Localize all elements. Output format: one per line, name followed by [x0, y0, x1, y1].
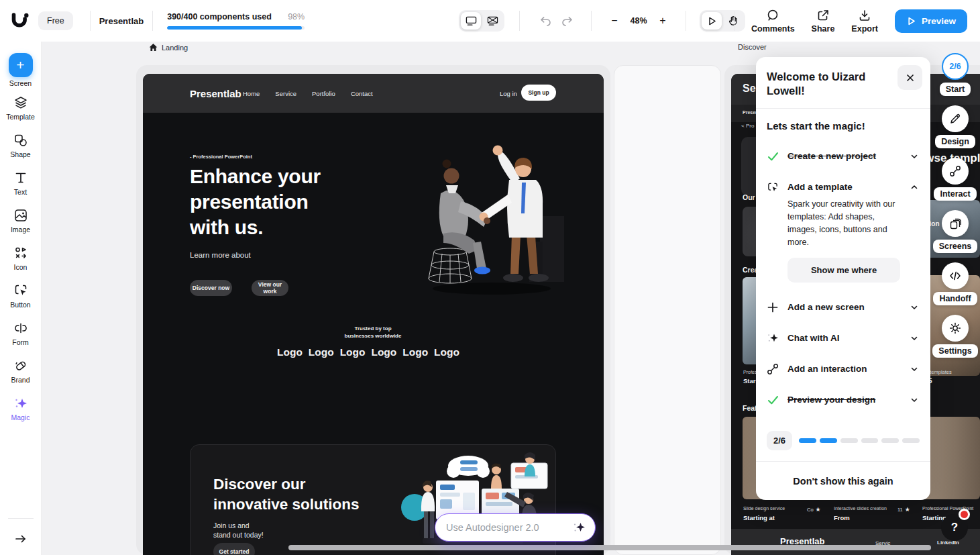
discover-now-button[interactable]: Discover now [190, 280, 232, 296]
screen-label-discover[interactable]: Discover [738, 43, 767, 51]
nav-link-portfolio[interactable]: Portfolio [312, 90, 335, 97]
sidebar-item-button[interactable]: Button [0, 283, 42, 320]
toolbar-screens[interactable]: Screens [933, 210, 978, 253]
toolbar-interact[interactable]: Interact [934, 158, 976, 201]
screen-label-landing[interactable]: Landing [149, 43, 188, 52]
wireframe-view-button[interactable] [482, 12, 502, 30]
modal-intro: Lets start the magic! [767, 120, 920, 132]
desktop-view-button[interactable] [461, 12, 481, 30]
brand-icon [13, 358, 28, 374]
sidebar-item-form[interactable]: Form [0, 320, 42, 358]
sparkle-icon [767, 332, 779, 344]
shape-icon [13, 132, 28, 148]
components-used-label: 390/400 components used [167, 12, 272, 21]
nav-link-contact[interactable]: Contact [351, 90, 373, 97]
show-me-where-button[interactable]: Show me where [787, 258, 900, 283]
autodesigner-bar[interactable] [435, 513, 596, 542]
toolbar-settings[interactable]: Settings [932, 315, 977, 358]
logo-item: Logo [340, 346, 366, 358]
form-icon [13, 320, 28, 336]
onboarding-progress: 2/6 [767, 431, 920, 450]
landing-nav-links: Home Service Portfolio Contact [243, 90, 373, 97]
redo-button[interactable] [556, 10, 578, 32]
checklist-item-chat-ai[interactable]: Chat with AI [767, 332, 920, 344]
discover-back-link[interactable]: < Pro [741, 123, 754, 129]
featured-price-1: Starting at [743, 514, 775, 521]
toolbar-handoff[interactable]: Handoff [933, 262, 977, 305]
device-toggle [459, 10, 504, 32]
code-icon [942, 262, 969, 289]
hero-subtitle: Learn more about [190, 251, 251, 259]
landing-screen-frame[interactable]: Presentlab Home Service Portfolio Contac… [136, 65, 610, 555]
play-tool-button[interactable] [702, 12, 722, 30]
toolbar-start[interactable]: 2/6 Start [940, 53, 971, 96]
preview-button[interactable]: Preview [895, 9, 967, 33]
landing-screen[interactable]: Presentlab Home Service Portfolio Contac… [143, 74, 604, 555]
zoom-in-button[interactable]: + [653, 11, 672, 30]
comments-button[interactable]: Comments [751, 9, 795, 34]
sidebar-item-image[interactable]: Image [0, 207, 42, 245]
collapse-sidebar-button[interactable] [10, 529, 32, 548]
modal-title: Welcome to Uizard Lowell! [767, 70, 890, 98]
sidebar-item-shape[interactable]: Shape [0, 132, 42, 170]
checklist-item-add-screen[interactable]: Add a new screen [767, 301, 920, 313]
uizard-logo[interactable] [9, 12, 30, 30]
nav-link-home[interactable]: Home [243, 90, 260, 97]
horizontal-scrollbar[interactable] [288, 545, 931, 550]
get-started-button[interactable]: Get started [213, 543, 255, 555]
chevron-down-icon[interactable] [909, 395, 920, 405]
plan-badge[interactable]: Free [38, 11, 73, 30]
checklist-item-preview-design[interactable]: Preview your design [767, 393, 920, 406]
signup-button[interactable]: Sign up [521, 85, 556, 101]
sidebar-item-icon[interactable]: Icon [0, 245, 42, 283]
chevron-up-icon[interactable] [909, 182, 920, 193]
sidebar-item-text[interactable]: Text [0, 170, 42, 207]
divider [519, 11, 520, 31]
sidebar-item-template[interactable]: Template [0, 95, 42, 132]
checklist-item-add-template[interactable]: Add a template Spark your creativity wit… [767, 181, 920, 283]
featured-price-2: From [834, 514, 850, 521]
sidebar-item-magic[interactable]: Magic [0, 395, 42, 433]
logo-item: Logo [277, 346, 303, 358]
project-name[interactable]: Presentlab [99, 16, 144, 26]
nav-link-service[interactable]: Service [275, 90, 296, 97]
empty-screen[interactable] [614, 65, 721, 555]
featured-rating-2: 11★ [897, 506, 910, 513]
right-toolbar: 2/6 Start Design Interact Screens Handof… [938, 53, 973, 358]
image-icon [13, 207, 28, 223]
landing-navbar: Presentlab Home Service Portfolio Contac… [143, 74, 604, 113]
share-button[interactable]: Share [812, 9, 835, 34]
home-icon [149, 43, 158, 52]
view-our-work-button[interactable]: View our work [252, 280, 288, 296]
sidebar-item-screen[interactable]: + Screen [0, 53, 42, 95]
chevron-down-icon[interactable] [909, 364, 920, 374]
star-icon: ★ [905, 506, 910, 513]
checklist-item-add-interaction[interactable]: Add an interaction [767, 362, 920, 375]
chevron-down-icon[interactable] [909, 333, 920, 344]
toolbar-design[interactable]: Design [935, 105, 975, 148]
components-usage: 390/400 components used 98% [167, 12, 305, 30]
dont-show-again-button[interactable]: Don't show this again [756, 461, 930, 500]
export-button[interactable]: Export [851, 9, 878, 34]
undo-button[interactable] [535, 10, 556, 32]
close-icon[interactable] [897, 65, 922, 90]
solutions-title: Discover our innovative solutions [213, 474, 360, 515]
solutions-subtitle: Join us and stand out today! [213, 521, 264, 540]
sidebar-item-brand[interactable]: Brand [0, 358, 42, 395]
autodesigner-input[interactable] [446, 522, 572, 533]
divider [8, 518, 34, 519]
login-link[interactable]: Log in [500, 90, 517, 97]
chevron-down-icon[interactable] [909, 151, 920, 162]
progress-count: 2/6 [767, 431, 792, 450]
zoom-out-button[interactable]: − [605, 11, 624, 30]
sparkle-icon[interactable] [572, 521, 586, 534]
chevron-down-icon[interactable] [909, 302, 920, 313]
interaction-icon [767, 363, 779, 375]
checklist-item-create-project[interactable]: Create a new project [767, 150, 920, 162]
gear-icon [942, 315, 969, 342]
screen-label-text: Landing [162, 44, 188, 52]
text-icon [13, 170, 28, 186]
icons-icon [13, 245, 28, 261]
progress-segments [799, 438, 920, 443]
divider [152, 11, 153, 31]
